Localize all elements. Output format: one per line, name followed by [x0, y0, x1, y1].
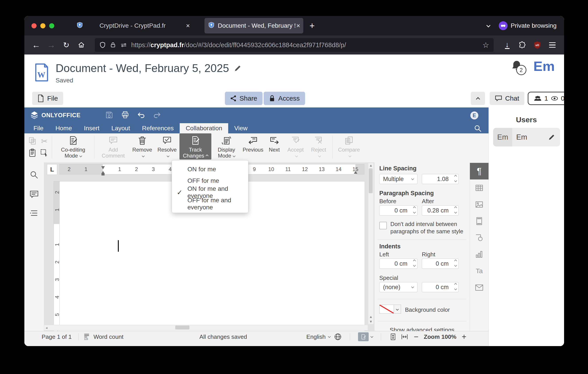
remove-comment-button[interactable]: Remove — [130, 133, 155, 159]
background-color-swatch[interactable] — [379, 305, 394, 313]
window-minimize-button[interactable] — [40, 23, 45, 28]
office-tab-home[interactable]: Home — [49, 123, 78, 133]
line-spacing-amount-spinner[interactable]: 1.08 — [422, 174, 459, 184]
compare-documents-button[interactable]: Compare — [335, 133, 363, 159]
image-settings-icon[interactable] — [470, 196, 489, 213]
office-tab-file[interactable]: File — [28, 123, 49, 133]
fit-width-icon[interactable] — [400, 333, 409, 341]
ublock-origin-icon[interactable]: uO — [530, 39, 544, 52]
spellcheck-globe-icon[interactable] — [334, 333, 342, 341]
lock-icon[interactable] — [110, 42, 116, 48]
window-zoom-button[interactable] — [49, 23, 54, 28]
bookmark-star-icon[interactable]: ☆ — [483, 41, 489, 49]
undo-icon[interactable] — [137, 111, 145, 120]
zoom-out-button[interactable]: − — [412, 332, 420, 342]
home-button[interactable] — [74, 39, 88, 52]
collapse-toolbar-button[interactable] — [471, 92, 485, 105]
new-tab-button[interactable]: + — [303, 21, 321, 31]
menu-button[interactable] — [546, 39, 559, 52]
spin-up-icon[interactable] — [413, 260, 416, 262]
back-button[interactable]: ← — [29, 39, 43, 52]
fit-page-icon[interactable] — [389, 333, 397, 341]
select-all-icon[interactable] — [40, 148, 49, 158]
table-settings-icon[interactable] — [470, 179, 489, 196]
paragraph-settings-icon[interactable]: ¶ — [470, 163, 489, 179]
search-icon[interactable] — [473, 124, 482, 133]
special-amount-spinner[interactable]: 0 cm — [422, 282, 459, 292]
resolve-comment-button[interactable]: Resolve — [155, 133, 179, 159]
scroll-left-icon[interactable]: ◂ — [44, 325, 49, 330]
spin-up-icon[interactable] — [454, 260, 457, 262]
menu-item-on-for-me-and-everyone[interactable]: ✓ON for me and everyone — [172, 187, 248, 198]
display-mode-button[interactable]: DisplayMode — [211, 133, 242, 159]
user-list-button[interactable]: 1 0 — [528, 92, 564, 105]
window-close-button[interactable] — [32, 23, 37, 28]
track-changes-status-toggle[interactable] — [358, 332, 373, 341]
spin-down-icon[interactable] — [454, 287, 457, 290]
spin-down-icon[interactable] — [413, 264, 416, 267]
scroll-up-icon[interactable]: ▲ — [368, 163, 374, 168]
header-footer-settings-icon[interactable] — [470, 213, 489, 229]
horizontal-scrollbar[interactable]: ◂ — [44, 325, 368, 331]
office-tab-insert[interactable]: Insert — [78, 123, 105, 133]
save-icon[interactable] — [105, 111, 114, 120]
accept-change-button[interactable]: Accept — [284, 133, 307, 159]
find-icon[interactable] — [30, 170, 39, 180]
language-selector[interactable]: English — [306, 333, 330, 340]
special-select[interactable]: (none) — [379, 282, 417, 292]
edit-name-pencil-icon[interactable] — [548, 134, 555, 141]
user-list-item[interactable]: Em Em — [493, 128, 560, 146]
zoom-in-button[interactable]: + — [460, 332, 468, 342]
hanging-indent-marker[interactable] — [101, 171, 105, 174]
previous-page-icon[interactable]: ▲ — [368, 314, 374, 319]
page-indicator[interactable]: Page 1 of 1 — [42, 331, 72, 342]
spacing-before-spinner[interactable]: 0 cm — [379, 205, 417, 216]
scroll-down-icon[interactable]: ▼ — [368, 319, 374, 324]
spin-down-icon[interactable] — [454, 264, 457, 267]
menu-item-off-for-me-and-everyone[interactable]: OFF for me and everyone — [172, 198, 248, 210]
vertical-scroll-thumb[interactable] — [369, 168, 373, 193]
cut-icon[interactable]: ✂ — [41, 137, 48, 145]
reject-change-button[interactable]: Reject — [307, 133, 330, 159]
access-button[interactable]: Access — [264, 92, 305, 105]
tab-close-icon[interactable]: × — [295, 22, 301, 30]
edit-title-pencil-icon[interactable] — [234, 64, 242, 72]
paste-icon[interactable] — [28, 148, 37, 158]
account-avatar[interactable]: Em — [534, 59, 555, 73]
navigation-headings-icon[interactable] — [30, 209, 39, 218]
permissions-icon[interactable] — [120, 42, 127, 48]
spacing-after-spinner[interactable]: 0.28 cm — [422, 205, 459, 216]
spin-up-icon[interactable] — [454, 206, 457, 209]
share-button[interactable]: Share — [225, 92, 262, 105]
background-color-dropdown[interactable] — [394, 305, 401, 313]
menu-item-on-for-me[interactable]: ON for me — [172, 164, 248, 175]
forward-button[interactable]: → — [44, 39, 58, 52]
spin-up-icon[interactable] — [454, 175, 457, 178]
url-bar[interactable]: https://cryptpad.fr/doc/#/3/doc/edit/ff0… — [95, 38, 494, 52]
horizontal-scroll-thumb[interactable] — [175, 325, 189, 330]
left-indent-marker[interactable] — [102, 174, 105, 176]
document-title[interactable]: Document - Wed, February 5, 2025 — [56, 62, 242, 75]
no-interval-checkbox[interactable] — [379, 222, 387, 229]
copy-icon[interactable] — [28, 136, 37, 146]
zoom-level[interactable]: Zoom 100% — [424, 333, 456, 340]
vertical-scrollbar[interactable]: ▲ ▲ ▼ — [368, 163, 374, 324]
coediting-mode-button[interactable]: Co-editingMode — [54, 133, 92, 159]
notifications-bell-icon[interactable]: 2 — [510, 60, 523, 73]
text-art-settings-icon[interactable]: Ta — [470, 262, 489, 279]
comments-icon[interactable] — [30, 190, 39, 200]
office-tab-references[interactable]: References — [136, 123, 180, 133]
right-indent-marker[interactable] — [354, 171, 357, 174]
spin-up-icon[interactable] — [454, 283, 457, 286]
shape-settings-icon[interactable] — [470, 229, 489, 246]
downloads-button[interactable]: ↓ — [500, 39, 514, 52]
tab-stop-selector[interactable]: L — [47, 164, 57, 175]
reload-button[interactable]: ↻ — [59, 39, 73, 52]
tab-close-icon[interactable]: × — [182, 22, 194, 30]
chat-button[interactable]: Chat — [490, 92, 525, 105]
previous-change-button[interactable]: Previous — [242, 133, 264, 153]
menu-item-off-for-me[interactable]: OFF for me — [172, 175, 248, 187]
spin-down-icon[interactable] — [413, 211, 416, 214]
indent-left-spinner[interactable]: 0 cm — [379, 259, 417, 269]
spin-down-icon[interactable] — [454, 211, 457, 214]
